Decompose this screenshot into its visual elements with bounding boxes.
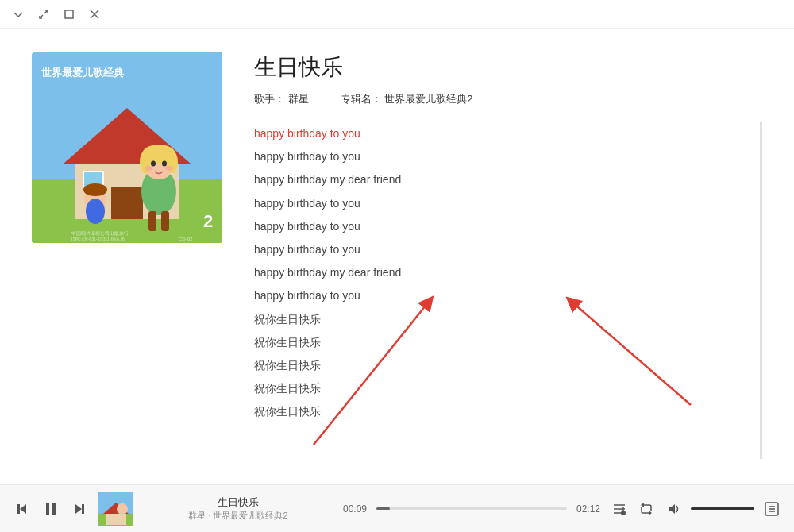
pause-button[interactable]	[41, 499, 60, 519]
chevron-down-icon[interactable]	[11, 7, 25, 21]
lyrics-container[interactable]: happy birthday to youhappy birthday to y…	[254, 122, 762, 459]
svg-point-26	[86, 199, 105, 224]
svg-point-49	[621, 511, 626, 515]
lyric-line[interactable]: happy birthday to you	[254, 145, 750, 168]
total-time: 02:12	[576, 503, 600, 515]
lyric-line[interactable]: 祝你生日快乐	[254, 400, 750, 423]
playlist-icon[interactable]	[610, 499, 629, 519]
album-meta: 专辑名： 世界最爱儿歌经典2	[341, 92, 473, 106]
svg-marker-39	[75, 504, 82, 514]
svg-rect-23	[161, 211, 169, 231]
total-time-info: 02:12	[576, 503, 600, 515]
progress-fill	[376, 507, 390, 510]
svg-point-21	[165, 166, 173, 171]
lyric-line[interactable]: 祝你生日快乐	[254, 354, 750, 377]
song-title: 生日快乐	[254, 52, 762, 83]
progress-area[interactable]	[376, 507, 567, 510]
song-info: 生日快乐 歌手： 群星 专辑名： 世界最爱儿歌经典2 happy birthda…	[254, 52, 762, 461]
repeat-icon[interactable]	[637, 499, 656, 519]
svg-rect-38	[52, 503, 56, 515]
expand-icon[interactable]	[37, 7, 51, 21]
song-meta: 歌手： 群星 专辑名： 世界最爱儿歌经典2	[254, 92, 762, 106]
lyric-line[interactable]: 祝你生日快乐	[254, 331, 750, 354]
svg-rect-2	[65, 10, 73, 18]
lyric-line[interactable]: 祝你生日快乐	[254, 308, 750, 331]
player-thumbnail	[98, 492, 133, 526]
volume-bar[interactable]	[691, 507, 754, 510]
svg-point-20	[145, 166, 152, 171]
right-controls	[610, 499, 781, 519]
lyric-line[interactable]: happy birthday to you	[254, 238, 750, 261]
player-song-title: 生日快乐	[218, 495, 259, 510]
lyric-line[interactable]: happy birthday to you	[254, 192, 750, 215]
svg-text:中国唱片深圳公司出版发行: 中国唱片深圳公司出版发行	[71, 231, 129, 236]
svg-text:2: 2	[203, 211, 213, 231]
time-info: 00:09	[343, 503, 367, 515]
svg-rect-36	[17, 504, 20, 514]
artist-meta: 歌手： 群星	[254, 92, 309, 106]
svg-rect-37	[46, 503, 49, 515]
album-value: 世界最爱儿歌经典2	[384, 93, 472, 105]
main-content: 世界最爱儿歌经典 中国唱片深圳公司出版	[0, 29, 794, 484]
volume-control[interactable]	[691, 507, 754, 510]
svg-point-18	[151, 161, 156, 167]
svg-text:CD-02: CD-02	[179, 237, 193, 241]
svg-point-25	[83, 183, 107, 196]
svg-point-45	[117, 503, 128, 515]
player-song-artist: 群星 · 世界最爱儿歌经典2	[188, 510, 287, 522]
player-song-info: 生日快乐 群星 · 世界最爱儿歌经典2	[143, 495, 333, 522]
album-art: 世界最爱儿歌经典 中国唱片深圳公司出版	[32, 52, 222, 243]
lyric-line[interactable]: happy birthday to you	[254, 215, 750, 238]
lyric-line[interactable]: happy birthday to you	[254, 284, 750, 307]
svg-point-19	[162, 161, 167, 167]
lyric-line[interactable]: happy birthday to you	[254, 122, 750, 145]
svg-rect-9	[111, 187, 143, 219]
current-time: 00:09	[343, 503, 367, 515]
prev-button[interactable]	[13, 499, 32, 519]
artist-value: 群星	[288, 93, 309, 105]
lyric-line[interactable]: 祝你生日快乐	[254, 377, 750, 400]
svg-marker-53	[669, 504, 675, 514]
artist-label: 歌手：	[254, 93, 285, 105]
next-button[interactable]	[70, 499, 89, 519]
rectangle-icon[interactable]	[62, 7, 76, 21]
svg-text:ISRC:CN-F31-02-311-00/A.J6: ISRC:CN-F31-02-311-00/A.J6	[71, 237, 125, 241]
close-icon[interactable]	[87, 7, 102, 21]
svg-rect-44	[106, 514, 126, 525]
lyric-line[interactable]: happy birthday my dear friend	[254, 168, 750, 191]
volume-icon[interactable]	[664, 499, 683, 519]
progress-bar[interactable]	[376, 507, 567, 510]
svg-rect-40	[82, 504, 84, 514]
album-label: 专辑名：	[341, 93, 382, 105]
title-bar	[0, 0, 794, 29]
player-bar: 生日快乐 群星 · 世界最爱儿歌经典2 00:09 02:12	[0, 484, 794, 532]
menu-icon[interactable]	[762, 499, 781, 519]
svg-rect-22	[148, 211, 156, 231]
svg-marker-35	[20, 504, 26, 514]
svg-text:世界最爱儿歌经典: 世界最爱儿歌经典	[41, 67, 125, 79]
lyric-line[interactable]: happy birthday my dear friend	[254, 261, 750, 284]
